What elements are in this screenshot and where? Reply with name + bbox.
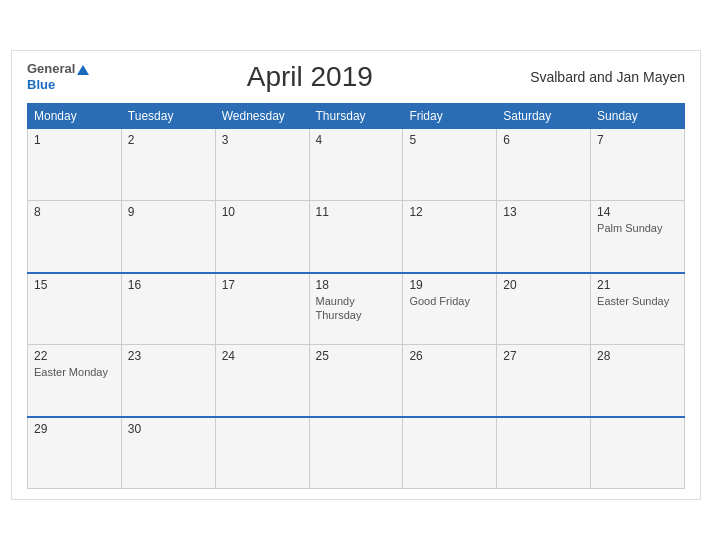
day-number: 25 [316,349,397,363]
calendar-region: Svalbard and Jan Mayen [530,69,685,85]
calendar-cell: 30 [121,417,215,489]
calendar-title: April 2019 [89,61,530,93]
calendar-cell: 1 [28,129,122,201]
calendar-cell: 22Easter Monday [28,345,122,417]
header-saturday: Saturday [497,104,591,129]
week-row-3: 15161718Maundy Thursday19Good Friday2021… [28,273,685,345]
week-row-1: 1234567 [28,129,685,201]
day-number: 15 [34,278,115,292]
day-number: 20 [503,278,584,292]
day-event: Palm Sunday [597,221,678,235]
day-event: Easter Sunday [597,294,678,308]
day-number: 24 [222,349,303,363]
header-tuesday: Tuesday [121,104,215,129]
day-number: 18 [316,278,397,292]
day-number: 17 [222,278,303,292]
logo-general: General [27,61,75,76]
calendar-cell: 19Good Friday [403,273,497,345]
calendar-cell: 29 [28,417,122,489]
calendar-cell: 25 [309,345,403,417]
calendar-cell: 20 [497,273,591,345]
day-number: 21 [597,278,678,292]
calendar-cell [215,417,309,489]
calendar-body: 1234567891011121314Palm Sunday15161718Ma… [28,129,685,489]
calendar-cell: 17 [215,273,309,345]
day-number: 8 [34,205,115,219]
calendar-cell: 26 [403,345,497,417]
calendar-cell: 11 [309,201,403,273]
calendar-cell: 3 [215,129,309,201]
week-row-5: 2930 [28,417,685,489]
header-wednesday: Wednesday [215,104,309,129]
day-number: 26 [409,349,490,363]
calendar-cell: 24 [215,345,309,417]
calendar-cell [403,417,497,489]
day-number: 13 [503,205,584,219]
calendar-cell: 8 [28,201,122,273]
day-number: 23 [128,349,209,363]
day-number: 16 [128,278,209,292]
day-event: Maundy Thursday [316,294,397,323]
logo-triangle-icon [77,65,89,75]
calendar-header: General Blue April 2019 Svalbard and Jan… [27,61,685,93]
logo: General Blue [27,61,89,92]
calendar-cell: 28 [591,345,685,417]
calendar-cell [309,417,403,489]
day-number: 6 [503,133,584,147]
calendar-cell: 14Palm Sunday [591,201,685,273]
calendar-cell: 23 [121,345,215,417]
calendar-cell: 5 [403,129,497,201]
calendar-grid: Monday Tuesday Wednesday Thursday Friday… [27,103,685,489]
day-number: 4 [316,133,397,147]
day-number: 3 [222,133,303,147]
week-row-2: 891011121314Palm Sunday [28,201,685,273]
calendar-cell: 16 [121,273,215,345]
header-friday: Friday [403,104,497,129]
day-number: 29 [34,422,115,436]
header-monday: Monday [28,104,122,129]
day-number: 27 [503,349,584,363]
calendar-cell [497,417,591,489]
calendar-cell: 10 [215,201,309,273]
day-number: 22 [34,349,115,363]
day-number: 30 [128,422,209,436]
calendar-cell: 4 [309,129,403,201]
calendar-cell: 13 [497,201,591,273]
calendar-cell: 27 [497,345,591,417]
calendar-cell: 6 [497,129,591,201]
calendar-cell: 12 [403,201,497,273]
calendar-cell: 9 [121,201,215,273]
calendar-cell: 7 [591,129,685,201]
logo-text: General [27,61,89,77]
day-number: 7 [597,133,678,147]
header-sunday: Sunday [591,104,685,129]
day-event: Easter Monday [34,365,115,379]
logo-blue: Blue [27,77,55,92]
week-row-4: 22Easter Monday232425262728 [28,345,685,417]
day-number: 28 [597,349,678,363]
calendar-cell [591,417,685,489]
weekday-header-row: Monday Tuesday Wednesday Thursday Friday… [28,104,685,129]
day-number: 14 [597,205,678,219]
calendar-cell: 15 [28,273,122,345]
calendar-container: General Blue April 2019 Svalbard and Jan… [11,50,701,500]
day-number: 11 [316,205,397,219]
day-number: 9 [128,205,209,219]
day-number: 5 [409,133,490,147]
day-number: 1 [34,133,115,147]
header-thursday: Thursday [309,104,403,129]
calendar-cell: 2 [121,129,215,201]
day-number: 2 [128,133,209,147]
calendar-cell: 21Easter Sunday [591,273,685,345]
day-event: Good Friday [409,294,490,308]
day-number: 10 [222,205,303,219]
calendar-cell: 18Maundy Thursday [309,273,403,345]
day-number: 12 [409,205,490,219]
day-number: 19 [409,278,490,292]
